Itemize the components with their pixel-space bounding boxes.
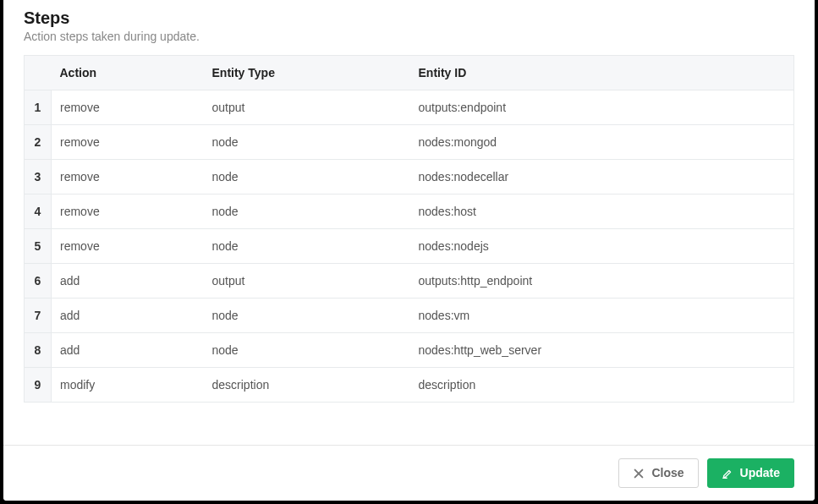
cell-entity-type: output (204, 90, 410, 125)
table-row: 2removenodenodes:mongod (25, 125, 794, 160)
table-row: 8addnodenodes:http_web_server (25, 333, 794, 368)
row-number: 4 (25, 194, 52, 229)
cell-action: add (52, 333, 204, 368)
cell-action: add (52, 264, 204, 299)
row-number: 1 (25, 90, 52, 125)
table-row: 1removeoutputoutputs:endpoint (25, 90, 794, 125)
section-title: Steps (24, 8, 794, 28)
row-number: 3 (25, 160, 52, 194)
cell-entity-id: nodes:http_web_server (410, 333, 794, 368)
cell-action: remove (52, 160, 204, 194)
cell-action: modify (52, 368, 204, 403)
update-button-label: Update (740, 466, 780, 480)
modal-footer: Close Update (3, 445, 815, 501)
cell-entity-id: nodes:host (410, 194, 794, 229)
column-header-number (25, 56, 52, 90)
table-row: 3removenodenodes:nodecellar (25, 160, 794, 194)
close-button-label: Close (651, 466, 683, 480)
steps-table: Action Entity Type Entity ID 1removeoutp… (24, 55, 794, 403)
modal-body: Steps Action steps taken during update. … (3, 0, 815, 445)
cell-entity-id: nodes:mongod (410, 125, 794, 160)
cell-entity-type: node (204, 229, 410, 264)
table-row: 6addoutputoutputs:http_endpoint (25, 264, 794, 299)
edit-icon (722, 468, 733, 479)
close-button[interactable]: Close (618, 458, 698, 488)
row-number: 5 (25, 229, 52, 264)
table-row: 5removenodenodes:nodejs (25, 229, 794, 264)
cell-entity-id: nodes:vm (410, 299, 794, 333)
table-row: 7addnodenodes:vm (25, 299, 794, 333)
cell-entity-id: nodes:nodejs (410, 229, 794, 264)
section-subtitle: Action steps taken during update. (24, 30, 794, 43)
column-header-action: Action (52, 56, 204, 90)
row-number: 8 (25, 333, 52, 368)
row-number: 7 (25, 299, 52, 333)
cell-entity-type: node (204, 299, 410, 333)
table-row: 9modifydescriptiondescription (25, 368, 794, 403)
cell-entity-id: description (410, 368, 794, 403)
row-number: 9 (25, 368, 52, 403)
cell-entity-type: description (204, 368, 410, 403)
row-number: 2 (25, 125, 52, 160)
table-row: 4removenodenodes:host (25, 194, 794, 229)
cell-entity-id: nodes:nodecellar (410, 160, 794, 194)
cell-entity-type: node (204, 333, 410, 368)
close-icon (633, 468, 645, 479)
column-header-entity-id: Entity ID (410, 56, 794, 90)
cell-action: remove (52, 194, 204, 229)
column-header-entity-type: Entity Type (204, 56, 410, 90)
cell-action: add (52, 299, 204, 333)
row-number: 6 (25, 264, 52, 299)
cell-entity-id: outputs:endpoint (410, 90, 794, 125)
cell-action: remove (52, 90, 204, 125)
modal-dialog: Steps Action steps taken during update. … (3, 0, 815, 501)
update-button[interactable]: Update (707, 458, 794, 488)
cell-entity-id: outputs:http_endpoint (410, 264, 794, 299)
cell-action: remove (52, 125, 204, 160)
cell-entity-type: output (204, 264, 410, 299)
cell-entity-type: node (204, 160, 410, 194)
cell-action: remove (52, 229, 204, 264)
cell-entity-type: node (204, 125, 410, 160)
cell-entity-type: node (204, 194, 410, 229)
